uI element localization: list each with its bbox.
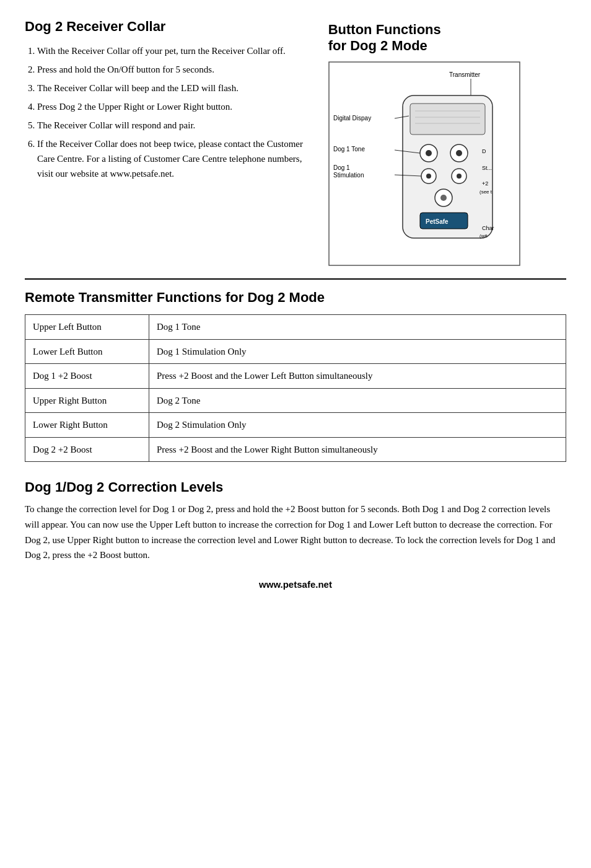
table-cell-button: Lower Left Button bbox=[25, 339, 149, 364]
instructions-list: With the Receiver Collar off your pet, t… bbox=[25, 43, 316, 181]
svg-text:(wit: (wit bbox=[479, 233, 488, 239]
transmitter-diagram: Digital Dispay Dog 1 Tone Dog 1 Stimulat… bbox=[328, 61, 520, 266]
right-column: Button Functionsfor Dog 2 Mode Digital D… bbox=[328, 19, 566, 266]
button-functions-title: Button Functionsfor Dog 2 Mode bbox=[328, 22, 566, 54]
svg-text:(see t: (see t bbox=[479, 189, 492, 195]
table-cell-function: Press +2 Boost and the Lower Left Button… bbox=[149, 364, 566, 389]
table-row: Upper Right Button Dog 2 Tone bbox=[25, 388, 566, 413]
instruction-step-3: The Receiver Collar will beep and the LE… bbox=[37, 81, 316, 95]
table-row: Dog 1 +2 Boost Press +2 Boost and the Lo… bbox=[25, 364, 566, 389]
table-cell-button: Dog 2 +2 Boost bbox=[25, 437, 149, 462]
top-section: Dog 2 Receiver Collar With the Receiver … bbox=[25, 19, 566, 266]
table-row: Dog 2 +2 Boost Press +2 Boost and the Lo… bbox=[25, 437, 566, 462]
table-cell-function: Dog 2 Tone bbox=[149, 388, 566, 413]
char-label: Char bbox=[482, 225, 494, 231]
digital-display-label: Digital Dispay bbox=[333, 115, 371, 122]
left-column: Dog 2 Receiver Collar With the Receiver … bbox=[25, 19, 316, 266]
dog2-collar-title: Dog 2 Receiver Collar bbox=[25, 19, 316, 35]
table-cell-button: Upper Left Button bbox=[25, 315, 149, 340]
svg-point-10 bbox=[456, 150, 462, 156]
instruction-step-6: If the Receiver Collar does not beep twi… bbox=[37, 136, 316, 181]
footer: www.petsafe.net bbox=[25, 575, 566, 590]
right-label-st: St... bbox=[482, 165, 492, 171]
table-cell-function: Dog 1 Stimulation Only bbox=[149, 339, 566, 364]
instruction-step-4: Press Dog 2 the Upper Right or Lower Rig… bbox=[37, 99, 316, 114]
table-cell-function: Press +2 Boost and the Lower Right Butto… bbox=[149, 437, 566, 462]
svg-point-14 bbox=[457, 174, 462, 179]
dog1tone-label: Dog 1 Tone bbox=[333, 146, 365, 153]
svg-point-8 bbox=[426, 150, 432, 156]
footer-url: www.petsafe.net bbox=[259, 579, 332, 590]
table-cell-button: Upper Right Button bbox=[25, 388, 149, 413]
table-row: Lower Left Button Dog 1 Stimulation Only bbox=[25, 339, 566, 364]
table-cell-button: Dog 1 +2 Boost bbox=[25, 364, 149, 389]
transmitter-svg: Digital Dispay Dog 1 Tone Dog 1 Stimulat… bbox=[328, 61, 520, 266]
section-divider bbox=[25, 278, 566, 280]
dog1stim-label2: Stimulation bbox=[333, 172, 364, 179]
instruction-step-2: Press and hold the On/Off button for 5 s… bbox=[37, 62, 316, 77]
instruction-step-5: The Receiver Collar will respond and pai… bbox=[37, 118, 316, 133]
correction-levels-text: To change the correction level for Dog 1… bbox=[25, 502, 566, 563]
right-label-boost: +2 bbox=[482, 180, 488, 187]
table-cell-function: Dog 2 Stimulation Only bbox=[149, 413, 566, 438]
table-cell-button: Lower Right Button bbox=[25, 413, 149, 438]
svg-point-16 bbox=[440, 195, 447, 201]
correction-levels-title: Dog 1/Dog 2 Correction Levels bbox=[25, 479, 566, 495]
svg-point-12 bbox=[426, 174, 431, 179]
table-row: Lower Right Button Dog 2 Stimulation Onl… bbox=[25, 413, 566, 438]
table-row: Upper Left Button Dog 1 Tone bbox=[25, 315, 566, 340]
dog1stim-label1: Dog 1 bbox=[333, 164, 350, 171]
svg-rect-3 bbox=[410, 104, 485, 135]
instruction-step-1: With the Receiver Collar off your pet, t… bbox=[37, 43, 316, 58]
table-cell-function: Dog 1 Tone bbox=[149, 315, 566, 340]
functions-table: Upper Left Button Dog 1 Tone Lower Left … bbox=[25, 314, 566, 462]
svg-text:PetSafe: PetSafe bbox=[426, 218, 449, 225]
table-section-title: Remote Transmitter Functions for Dog 2 M… bbox=[25, 290, 566, 306]
transmitter-label: Transmitter bbox=[449, 71, 481, 78]
right-label-1: D bbox=[482, 148, 486, 154]
